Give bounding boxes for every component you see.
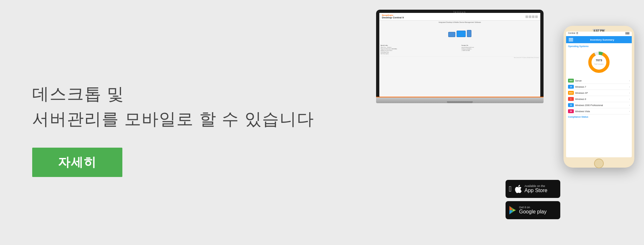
phone-nav-title: Inventory Summary (575, 38, 629, 41)
os-item-win2000: 19 Windows 2000 Professional › (568, 102, 630, 108)
donut-total-count: 7073 (596, 59, 602, 62)
apple-logo-icon (514, 184, 522, 193)
phone-content: Operating Systems (566, 43, 632, 120)
os-item-winxp: 6518 Windows XP › (568, 90, 630, 96)
os-item-win7: 18 Windows 7 › (568, 84, 630, 90)
win2000-name: Windows 2000 Professional (575, 104, 629, 106)
page-wrapper: 데스크톱 및 서버관리를 모바일로 할 수 있습니다 자세히 lenovo Ma… (0, 0, 644, 245)
dc-subtitle: Integrated Desktop & Mobile Device Manag… (379, 21, 540, 24)
winxp-arrow-icon: › (629, 92, 630, 94)
app-store-main-text: App Store (525, 188, 547, 193)
laptop-screen: ManageEngine Desktop Central 9 (379, 13, 540, 97)
phone-container: Central 중 4:57 PM ▌▌▌ Inventory (564, 26, 634, 232)
server-name: Server (575, 80, 629, 82)
hamburger-line-3 (569, 41, 573, 41)
google-play-icon (509, 206, 516, 215)
dc-contact-phone: +1 888 720 9500 (461, 50, 539, 51)
app-store-badge[interactable]:  Available on the App Store (506, 180, 560, 198)
apple-icon:  (509, 184, 512, 193)
google-play-text: Get it on Google play (519, 206, 546, 215)
dc-link-5: Get Price Quote (381, 53, 458, 54)
os-item-win8: 1 Windows 8 › (568, 96, 630, 102)
dc-contact-section: Quick Links Quick Tour - Features Suppor… (379, 43, 540, 56)
dc-contact-email: desktopcentral@me... (461, 48, 539, 50)
store-badges:  Available on the App Store (506, 180, 560, 219)
laptop-outer: lenovo ManageEngine Desktop Central 9 (376, 10, 544, 97)
right-section: lenovo ManageEngine Desktop Central 9 (314, 0, 644, 245)
os-list: 459 Server › 18 Windows 7 › 6518 (568, 78, 630, 114)
dc-contact-info: Contact Us www.desktopcentral.com deskto… (461, 44, 539, 55)
left-section: 데스크톱 및 서버관리를 모바일로 할 수 있습니다 자세히 (0, 68, 314, 177)
winxp-name: Windows XP (575, 92, 629, 94)
winvista-arrow-icon: › (629, 110, 630, 113)
headline: 데스크톱 및 서버관리를 모바일로 할 수 있습니다 (32, 81, 314, 132)
phone-screen: Central 중 4:57 PM ▌▌▌ Inventory (566, 32, 632, 157)
win8-name: Windows 8 (575, 98, 629, 100)
phone-carrier: Central 중 (568, 32, 578, 35)
laptop-container: lenovo ManageEngine Desktop Central 9 (314, 10, 605, 103)
phone-time: 4:57 PM (593, 32, 604, 32)
app-store-small-text: Available on the (525, 184, 547, 188)
win7-name: Windows 7 (575, 86, 629, 88)
dc-quick-links-title: Quick Links (381, 44, 458, 46)
os-item-winvista: 58 Windows Vista › (568, 108, 630, 114)
phone-device: Central 중 4:57 PM ▌▌▌ Inventory (564, 26, 634, 168)
donut-label: Total Computers (594, 63, 603, 65)
server-badge: 459 (568, 79, 574, 83)
dc-contact-web: www.desktopcentral.com (461, 47, 539, 48)
hamburger-line-2 (569, 39, 573, 40)
learn-more-button[interactable]: 자세히 (32, 148, 122, 177)
winvista-badge: 58 (568, 109, 574, 113)
dc-link-2: Supported Networks (LAN/WAN) (381, 48, 458, 50)
headline-line2: 서버관리를 모바일로 할 수 있습니다 (32, 110, 314, 128)
dc-quick-links: Quick Links Quick Tour - Features Suppor… (381, 44, 458, 55)
winxp-badge: 6518 (568, 91, 574, 95)
win8-arrow-icon: › (629, 98, 630, 100)
compliance-title: Compliance Status (568, 116, 630, 118)
server-arrow-icon: › (629, 80, 630, 82)
dc-device-icons (379, 24, 540, 43)
headline-line1: 데스크톱 및 (32, 84, 124, 103)
svg-point-6 (590, 53, 608, 71)
winvista-name: Windows Vista (575, 110, 629, 113)
win7-badge: 18 (568, 85, 574, 89)
win7-arrow-icon: › (629, 86, 630, 88)
win8-badge: 1 (568, 97, 574, 101)
phone-battery: ▌▌▌ (626, 32, 630, 34)
signal-bars-icon: ▌▌▌ (626, 32, 630, 34)
hamburger-menu-icon[interactable] (569, 38, 573, 41)
dc-link-1: Quick Tour - Features (381, 47, 458, 48)
win2000-arrow-icon: › (629, 104, 630, 106)
dc-link-3: Register for Free Demo (381, 50, 458, 51)
donut-chart: 7073 Total Computers (586, 49, 612, 75)
dc-footer: Best viewed in IE 7.0 & above, Mozilla F… (379, 56, 540, 59)
phone-nav-bar: Inventory Summary (566, 36, 632, 43)
hamburger-line-1 (569, 38, 573, 39)
win2000-badge: 19 (568, 103, 574, 107)
donut-chart-container: 7073 Total Computers (568, 49, 630, 75)
dc-ui: ManageEngine Desktop Central 9 (379, 13, 540, 97)
google-play-badge[interactable]: Get it on Google play (506, 201, 560, 219)
dc-contact-title: Contact Us (461, 44, 539, 46)
google-play-small-text: Get it on (519, 206, 546, 209)
os-section-title: Operating Systems (568, 45, 630, 47)
phone-status-bar: Central 중 4:57 PM ▌▌▌ (566, 32, 632, 36)
app-store-text: Available on the App Store (525, 184, 547, 193)
dc-link-4: Knowledge Base (381, 52, 458, 53)
dc-header: ManageEngine Desktop Central 9 (379, 13, 540, 21)
laptop-device: lenovo ManageEngine Desktop Central 9 (376, 10, 544, 103)
dc-app-name: Desktop Central 9 (382, 16, 404, 19)
os-item-server: 459 Server › (568, 78, 630, 84)
google-play-main-text: Google play (519, 209, 546, 215)
phone-home-button[interactable] (594, 159, 604, 168)
laptop-base (376, 97, 544, 103)
